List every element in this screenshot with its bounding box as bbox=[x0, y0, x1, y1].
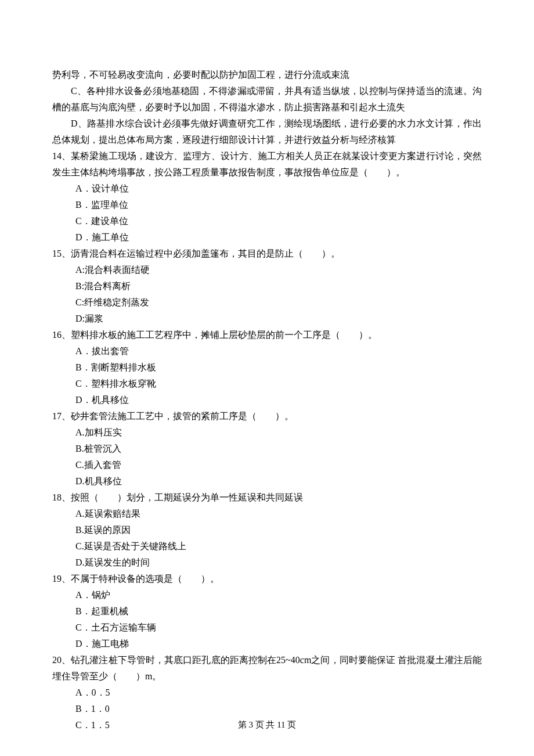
q14-option-b: B．监理单位 bbox=[52, 197, 482, 213]
q17-option-c: C.插入套管 bbox=[52, 457, 482, 473]
page-footer: 第 3 页 共 11 页 bbox=[52, 717, 482, 732]
q18-option-a: A.延误索赔结果 bbox=[52, 506, 482, 522]
q15-option-c: C:纤维稳定剂蒸发 bbox=[52, 294, 482, 311]
q20-option-b: B．1．0 bbox=[52, 701, 482, 717]
q15-option-a: A:混合料表面结硬 bbox=[52, 262, 482, 278]
q20-option-a: A．0．5 bbox=[52, 685, 482, 701]
q14-option-d: D．施工单位 bbox=[52, 229, 482, 246]
q16-option-a: A．拔出套管 bbox=[52, 343, 482, 359]
q18-option-b: B.延误的原因 bbox=[52, 522, 482, 538]
q17-option-d: D.机具移位 bbox=[52, 473, 482, 489]
q19-option-a: A．锅炉 bbox=[52, 587, 482, 603]
q19-option-b: B．起重机械 bbox=[52, 603, 482, 620]
q17-option-a: A.加料压实 bbox=[52, 424, 482, 441]
q15-option-d: D:漏浆 bbox=[52, 311, 482, 327]
q17-stem: 17、砂井套管法施工工艺中，拔管的紧前工序是（ ）。 bbox=[52, 408, 482, 424]
option-d-text: D、路基排水综合设计必须事先做好调查研究工作，测绘现场图纸，进行必要的水力水文计… bbox=[52, 116, 482, 148]
q19-option-d: D．施工电梯 bbox=[52, 636, 482, 652]
page-container: 势利导，不可轻易改变流向，必要时配以防护加固工程，进行分流或束流 C、各种排水设… bbox=[0, 0, 534, 756]
q19-stem: 19、不属于特种设备的选项是（ ）。 bbox=[52, 571, 482, 587]
q16-option-d: D．机具移位 bbox=[52, 392, 482, 408]
q18-option-d: D.延误发生的时间 bbox=[52, 555, 482, 571]
q17-option-b: B.桩管沉入 bbox=[52, 441, 482, 457]
q16-stem: 16、塑料排水板的施工工艺程序中，摊铺上层砂垫层的前一个工序是（ ）。 bbox=[52, 327, 482, 343]
q18-stem: 18、按照（ ）划分，工期延误分为单一性延误和共同延误 bbox=[52, 489, 482, 506]
q16-option-c: C．塑料排水板穿靴 bbox=[52, 376, 482, 392]
q15-stem: 15、沥青混合料在运输过程中必须加盖篷布，其目的是防止（ ）。 bbox=[52, 246, 482, 262]
q14-stem: 14、某桥梁施工现场，建设方、监理方、设计方、施工方相关人员正在就某设计变更方案… bbox=[52, 148, 482, 181]
q16-option-b: B．割断塑料排水板 bbox=[52, 359, 482, 376]
q19-option-c: C．土石方运输车辆 bbox=[52, 620, 482, 636]
q14-option-a: A．设计单位 bbox=[52, 181, 482, 197]
q14-option-c: C．建设单位 bbox=[52, 213, 482, 229]
option-c-text: C、各种排水设备必须地基稳固，不得渗漏或滞留，并具有适当纵坡，以控制与保持适当的… bbox=[52, 83, 482, 116]
q20-stem: 20、钻孔灌注桩下导管时，其底口距孔底的距离控制在25~40cm之间，同时要能保… bbox=[52, 652, 482, 685]
continued-text-line1: 势利导，不可轻易改变流向，必要时配以防护加固工程，进行分流或束流 bbox=[52, 67, 482, 83]
q18-option-c: C.延误是否处于关键路线上 bbox=[52, 538, 482, 555]
q15-option-b: B:混合料离析 bbox=[52, 278, 482, 294]
